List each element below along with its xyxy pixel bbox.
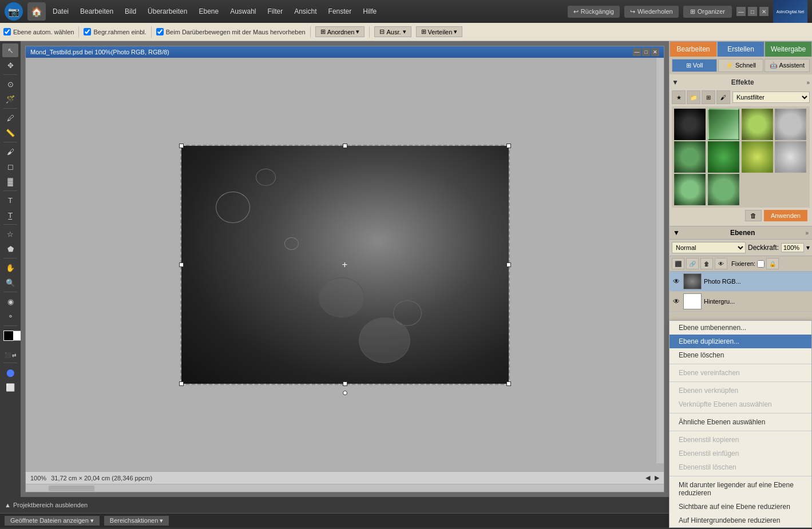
project-toggle-button[interactable]: ▲ Projektbereich ausblenden (5, 502, 88, 508)
canvas-close[interactable]: ✕ (651, 48, 659, 56)
effect-thumb-0[interactable] (674, 109, 706, 140)
dodge-tool[interactable]: ◉ (2, 295, 18, 308)
shape-tool[interactable]: ☆ (2, 227, 18, 241)
lock-position-btn[interactable]: 🔗 (686, 258, 699, 269)
menu-filter[interactable]: Filter (266, 6, 286, 17)
text-tool[interactable]: T (2, 193, 18, 207)
filter-dropdown[interactable]: Kunstfilter (732, 92, 810, 103)
effect-thumb-3[interactable] (775, 109, 806, 140)
mode-schnell[interactable]: ⚡ Schnell (718, 59, 763, 72)
clone-tool[interactable]: ⚬ (2, 309, 18, 323)
swap-colors-icon[interactable]: ⇄ (12, 352, 17, 358)
nav-right-icon[interactable]: ▶ (655, 474, 659, 482)
organizer-button[interactable]: ⊞ Organizer (683, 6, 732, 18)
opacity-input[interactable] (781, 243, 804, 252)
effects-folder-btn[interactable]: 📁 (687, 90, 700, 104)
undo-button[interactable]: ↩ Rückgängig (568, 6, 620, 18)
layer-mode-dropdown[interactable]: Normal (672, 242, 746, 253)
ctx-duplicate[interactable]: Ebene duplizieren... (670, 335, 811, 348)
effect-thumb-8[interactable] (674, 174, 706, 205)
moon-image[interactable]: + (180, 145, 510, 385)
ctx-rename[interactable]: Ebene umbenennen... (670, 321, 811, 335)
lock-pixels-btn[interactable]: ⬛ (672, 258, 684, 269)
hover-item[interactable]: Beim Darüberbewegen mit der Maus hervorh… (156, 28, 306, 35)
effect-thumb-2[interactable] (742, 109, 773, 140)
layer-0-visibility[interactable]: 👁 (672, 277, 681, 286)
bound-frame-checkbox[interactable] (84, 28, 91, 35)
handle-mid-left[interactable] (179, 262, 184, 267)
effects-grid-btn[interactable]: ⊞ (702, 90, 715, 104)
rotate-handle[interactable] (343, 391, 347, 395)
menu-auswahl[interactable]: Auswahl (228, 6, 258, 17)
handle-bot-center[interactable] (343, 381, 347, 386)
mode-voll[interactable]: ⊞ Voll (672, 59, 717, 72)
ctx-merge-down[interactable]: Mit darunter liegender auf eine Ebene re… (670, 478, 811, 497)
effect-thumb-5[interactable] (708, 141, 739, 173)
handle-top-left[interactable] (179, 144, 184, 148)
layer-item-1[interactable]: 👁 Hintergru... (670, 292, 812, 312)
effect-thumb-6[interactable] (742, 141, 773, 173)
canvas-content[interactable]: + (26, 58, 664, 471)
eraser-tool[interactable]: ◻ (2, 160, 18, 173)
canvas-maximize[interactable]: □ (642, 48, 650, 56)
lasso-tool[interactable]: ⊙ (2, 77, 18, 91)
opacity-dropdown-icon[interactable]: ▾ (806, 244, 810, 252)
handle-bot-left[interactable] (179, 381, 184, 386)
mode-assistent[interactable]: 🤖 Assistent (765, 59, 810, 72)
minimize-button[interactable]: — (736, 7, 746, 16)
effects-collapse-icon[interactable]: ▼ (672, 78, 679, 86)
lock-all-btn[interactable]: 🔒 (766, 258, 779, 269)
zoom-tool[interactable]: 🔍 (2, 276, 18, 289)
menu-fenster[interactable]: Fenster (326, 6, 354, 17)
effects-expand-icon[interactable]: » (806, 79, 810, 86)
tab-bearbeiten[interactable]: Bearbeiten (670, 41, 717, 57)
menu-ebene[interactable]: Ebene (196, 6, 221, 17)
close-button[interactable]: ✕ (759, 7, 769, 16)
gradient-tool[interactable]: ▓ (2, 174, 18, 188)
menu-bearbeiten[interactable]: Bearbeiten (78, 6, 116, 17)
delete-effect-button[interactable]: 🗑 (745, 210, 762, 221)
layers-collapse-icon[interactable]: ▼ (673, 229, 680, 237)
effect-thumb-9[interactable] (708, 174, 739, 205)
arrange-button[interactable]: ⊞ Anordnen ▾ (315, 26, 365, 37)
effect-thumb-7[interactable] (775, 141, 806, 173)
brush-tool[interactable]: 🖌 (2, 145, 18, 158)
auto-select-item[interactable]: Ebene autom. wählen (3, 28, 74, 35)
align-button[interactable]: ⊟ Ausr. ▾ (374, 26, 411, 37)
ruler-tool[interactable]: 📏 (2, 126, 18, 140)
bound-frame-item[interactable]: Begr.rahmen einbl. (84, 28, 146, 35)
effects-brush-btn[interactable]: 🖌 (716, 90, 730, 104)
redo-button[interactable]: ↪ Wiederholen (624, 6, 679, 18)
magic-wand-tool[interactable]: 🪄 (2, 92, 18, 106)
delete-layer-btn[interactable]: 🗑 (700, 258, 713, 269)
eyedropper-tool[interactable]: 🖊 (2, 111, 18, 125)
nav-left-icon[interactable]: ◀ (645, 474, 650, 482)
move-tool[interactable]: ✥ (2, 58, 18, 72)
layers-expand-icon[interactable]: » (805, 230, 809, 236)
handle-top-center[interactable] (343, 144, 347, 148)
effect-thumb-1[interactable] (708, 109, 739, 140)
apply-effect-button[interactable]: Anwenden (764, 210, 807, 221)
fixieren-checkbox[interactable] (757, 260, 765, 268)
effects-star-btn[interactable]: ★ (672, 90, 686, 104)
home-button[interactable]: 🏠 (27, 2, 46, 21)
layer-1-visibility[interactable]: 👁 (672, 297, 681, 306)
menu-ansicht[interactable]: Ansicht (292, 6, 319, 17)
menu-hilfe[interactable]: Hilfe (361, 6, 379, 17)
handle-mid-right[interactable] (506, 262, 511, 267)
quick-mask-tool[interactable]: ⬤ (2, 365, 18, 379)
foreground-color[interactable] (3, 331, 14, 341)
distribute-button[interactable]: ⊞ Verteilen ▾ (416, 26, 463, 37)
custom-shape-tool[interactable]: ⬟ (2, 242, 18, 256)
files-button[interactable]: Geöffnete Dateien anzeigen ▾ (5, 516, 100, 526)
handle-top-right[interactable] (506, 144, 511, 148)
menu-bild[interactable]: Bild (122, 6, 138, 17)
scroll-thumb-h[interactable] (49, 486, 94, 491)
type-mask-tool[interactable]: T̲ (2, 208, 18, 222)
hand-tool[interactable]: ✋ (2, 261, 18, 275)
canvas-minimize[interactable]: — (633, 48, 641, 56)
canvas-scrollbar-horizontal[interactable] (26, 484, 664, 492)
ctx-delete[interactable]: Ebene löschen (670, 348, 811, 362)
layer-item-0[interactable]: 👁 Photo RGB... (670, 272, 812, 292)
screen-mode-tool[interactable]: ⬜ (2, 380, 18, 394)
